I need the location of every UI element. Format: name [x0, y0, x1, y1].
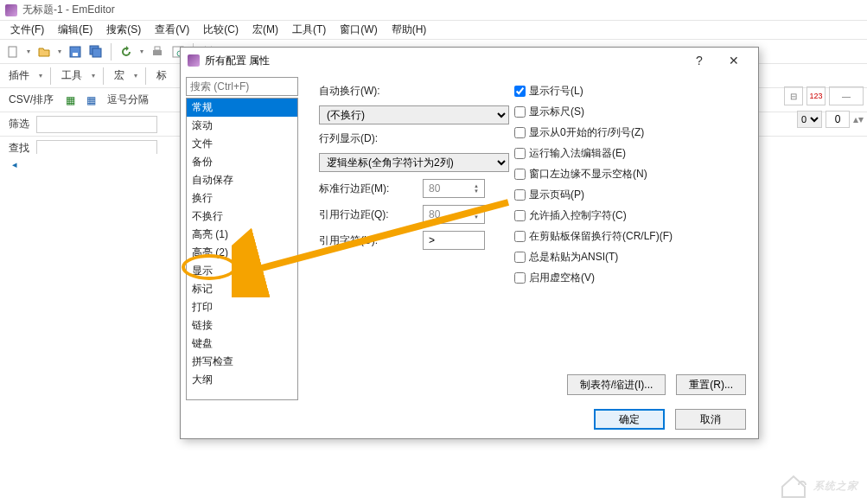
- new-file-icon[interactable]: [3, 42, 22, 61]
- category-list[interactable]: 常规 滚动 文件 备份 自动保存 换行 不换行 高亮 (1) 高亮 (2) 显示…: [186, 98, 298, 400]
- filter-input[interactable]: [36, 116, 157, 133]
- rowcol-select[interactable]: 逻辑坐标(全角字符计为2列): [319, 153, 509, 172]
- category-item-nowrap[interactable]: 不换行: [187, 207, 297, 226]
- menu-view[interactable]: 查看(V): [148, 21, 196, 39]
- svg-rect-4: [92, 48, 101, 57]
- zoom-box[interactable]: —: [829, 86, 864, 105]
- quote-margin-spinner[interactable]: 80▲▼: [423, 205, 485, 224]
- tabindent-button[interactable]: 制表符/缩进(I)...: [567, 374, 666, 395]
- check-ime[interactable]: 运行输入法编辑器(E): [514, 146, 673, 161]
- check-crlf-box[interactable]: [514, 231, 526, 242]
- eof-marker: ◂: [12, 159, 17, 170]
- check-leftspace[interactable]: 窗口左边缘不显示空格(N): [514, 167, 673, 182]
- category-item-marks[interactable]: 标记: [187, 280, 297, 298]
- check-ime-box[interactable]: [514, 148, 526, 159]
- ruler-icon[interactable]: ⊟: [784, 86, 803, 105]
- macro-label: 宏: [109, 68, 130, 83]
- menu-edit[interactable]: 编辑(E): [51, 21, 99, 39]
- watermark-icon: [779, 473, 808, 499]
- category-search-input[interactable]: [186, 77, 298, 96]
- check-ruler[interactable]: 显示标尺(S): [514, 105, 673, 119]
- category-item-keyboard[interactable]: 键盘: [187, 335, 297, 353]
- category-item-highlight2[interactable]: 高亮 (2): [187, 244, 297, 262]
- check-zerobase-box[interactable]: [514, 127, 526, 138]
- check-leftspace-box[interactable]: [514, 169, 526, 180]
- category-item-general[interactable]: 常规: [187, 99, 297, 117]
- reload-dropdown[interactable]: ▾: [137, 42, 146, 61]
- reload-icon[interactable]: [117, 42, 136, 61]
- check-linenum-box[interactable]: [514, 86, 526, 97]
- category-item-file[interactable]: 文件: [187, 135, 297, 153]
- app-icon: [5, 4, 17, 16]
- quote-margin-label: 引用行边距(Q):: [319, 207, 423, 222]
- menu-compare[interactable]: 比较(C): [196, 21, 245, 39]
- autowrap-select[interactable]: (不换行): [319, 105, 509, 124]
- cancel-button[interactable]: 取消: [675, 409, 746, 430]
- category-item-outline[interactable]: 大纲: [187, 371, 297, 389]
- reset-button[interactable]: 重置(R)...: [676, 374, 746, 395]
- dialog-title: 所有配置 属性: [205, 54, 270, 68]
- check-ctrlchar[interactable]: 允许插入控制字符(C): [514, 208, 673, 223]
- menu-file[interactable]: 文件(F): [3, 21, 51, 39]
- menu-help[interactable]: 帮助(H): [385, 21, 434, 39]
- save-icon[interactable]: [66, 42, 85, 61]
- print-icon[interactable]: [148, 42, 167, 61]
- svg-rect-6: [155, 47, 160, 50]
- macro-dropdown[interactable]: ▾: [131, 67, 140, 86]
- category-item-display[interactable]: 显示: [187, 262, 297, 280]
- column-value[interactable]: [826, 111, 850, 128]
- csv-mode-icon[interactable]: ▦: [61, 91, 80, 110]
- check-ansi[interactable]: 总是粘贴为ANSI(T): [514, 250, 673, 265]
- check-crlf[interactable]: 在剪贴板保留换行符(CR/LF)(F): [514, 229, 673, 244]
- category-item-autosave[interactable]: 自动保存: [187, 171, 297, 189]
- category-item-scroll[interactable]: 滚动: [187, 117, 297, 135]
- menu-search[interactable]: 搜索(S): [99, 21, 148, 39]
- editor-gutter: [0, 154, 17, 504]
- check-virtual-box[interactable]: [514, 272, 526, 284]
- new-file-dropdown[interactable]: ▾: [24, 42, 33, 61]
- std-margin-spinner[interactable]: 80▲▼: [423, 179, 485, 198]
- svg-rect-2: [73, 53, 78, 56]
- menu-window[interactable]: 窗口(W): [333, 21, 384, 39]
- check-ansi-box[interactable]: [514, 252, 526, 263]
- window-titlebar: 无标题-1 - EmEditor: [0, 0, 867, 21]
- check-ctrlchar-box[interactable]: [514, 210, 526, 221]
- window-title: 无标题-1 - EmEditor: [22, 3, 115, 17]
- check-pagenum[interactable]: 显示页码(P): [514, 188, 673, 202]
- check-virtual[interactable]: 启用虚空格(V): [514, 271, 673, 285]
- counter-icon[interactable]: 123: [806, 86, 826, 105]
- right-toolbar-fragment-2: 0 ▴▾: [797, 111, 864, 128]
- category-item-backup[interactable]: 备份: [187, 153, 297, 171]
- check-zerobase[interactable]: 显示从0开始的行/列号(Z): [514, 125, 673, 140]
- close-button[interactable]: ✕: [717, 48, 751, 73]
- help-button[interactable]: ?: [682, 48, 717, 73]
- category-item-highlight1[interactable]: 高亮 (1): [187, 226, 297, 244]
- check-ruler-box[interactable]: [514, 106, 526, 118]
- plugin-label: 插件: [3, 68, 35, 83]
- check-pagenum-box[interactable]: [514, 189, 526, 201]
- check-linenum[interactable]: 显示行号(L): [514, 84, 673, 99]
- menu-macro[interactable]: 宏(M): [245, 21, 285, 39]
- plugin-dropdown[interactable]: ▾: [36, 67, 45, 86]
- quote-char-input[interactable]: [423, 231, 485, 250]
- column-select[interactable]: 0: [797, 111, 822, 128]
- tools-dropdown[interactable]: ▾: [89, 67, 98, 86]
- open-file-dropdown[interactable]: ▾: [55, 42, 64, 61]
- csv-table-icon[interactable]: ▦: [81, 91, 100, 110]
- properties-dialog: 所有配置 属性 ? ✕ 常规 滚动 文件 备份 自动保存 换行 不换行 高亮 (…: [180, 47, 759, 439]
- category-item-spell[interactable]: 拼写检查: [187, 353, 297, 371]
- comma-sep-label: 逗号分隔: [102, 93, 154, 107]
- dialog-icon: [188, 54, 200, 67]
- menu-tools[interactable]: 工具(T): [285, 21, 333, 39]
- category-item-link[interactable]: 链接: [187, 316, 297, 335]
- std-margin-label: 标准行边距(M):: [319, 182, 423, 196]
- csv-label: CSV/排序: [3, 93, 59, 107]
- stepper-icon[interactable]: ▴▾: [853, 113, 864, 125]
- rowcol-label: 行列显示(D):: [319, 131, 423, 146]
- category-item-wrap[interactable]: 换行: [187, 189, 297, 207]
- category-item-print[interactable]: 打印: [187, 298, 297, 316]
- ok-button[interactable]: 确定: [594, 409, 665, 430]
- menu-bar: 文件(F) 编辑(E) 搜索(S) 查看(V) 比较(C) 宏(M) 工具(T)…: [0, 21, 867, 40]
- save-all-icon[interactable]: [86, 42, 105, 61]
- open-file-icon[interactable]: [35, 42, 54, 61]
